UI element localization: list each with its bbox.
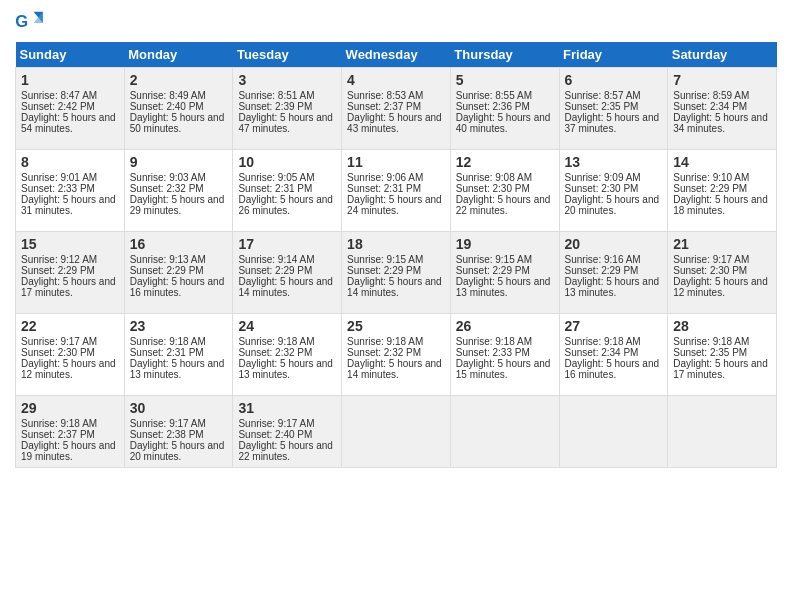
svg-text:G: G	[15, 12, 28, 31]
sunrise-text: Sunrise: 8:57 AM	[565, 90, 641, 101]
daylight-text: Daylight: 5 hours and 13 minutes.	[565, 276, 660, 298]
sunset-text: Sunset: 2:34 PM	[565, 347, 639, 358]
sunrise-text: Sunrise: 8:59 AM	[673, 90, 749, 101]
daylight-text: Daylight: 5 hours and 14 minutes.	[238, 276, 333, 298]
sunset-text: Sunset: 2:33 PM	[21, 183, 95, 194]
calendar-cell: 31Sunrise: 9:17 AMSunset: 2:40 PMDayligh…	[233, 396, 342, 468]
daylight-text: Daylight: 5 hours and 19 minutes.	[21, 440, 116, 462]
day-number: 9	[130, 154, 228, 170]
calendar-cell	[559, 396, 668, 468]
sunrise-text: Sunrise: 9:14 AM	[238, 254, 314, 265]
day-header-saturday: Saturday	[668, 42, 777, 68]
sunrise-text: Sunrise: 9:17 AM	[238, 418, 314, 429]
sunset-text: Sunset: 2:29 PM	[673, 183, 747, 194]
day-number: 21	[673, 236, 771, 252]
calendar-cell: 3Sunrise: 8:51 AMSunset: 2:39 PMDaylight…	[233, 68, 342, 150]
day-number: 11	[347, 154, 445, 170]
sunset-text: Sunset: 2:32 PM	[347, 347, 421, 358]
day-number: 13	[565, 154, 663, 170]
sunset-text: Sunset: 2:35 PM	[673, 347, 747, 358]
day-number: 25	[347, 318, 445, 334]
calendar-cell: 20Sunrise: 9:16 AMSunset: 2:29 PMDayligh…	[559, 232, 668, 314]
daylight-text: Daylight: 5 hours and 14 minutes.	[347, 276, 442, 298]
sunset-text: Sunset: 2:37 PM	[347, 101, 421, 112]
calendar-cell: 22Sunrise: 9:17 AMSunset: 2:30 PMDayligh…	[16, 314, 125, 396]
day-header-monday: Monday	[124, 42, 233, 68]
calendar-cell: 6Sunrise: 8:57 AMSunset: 2:35 PMDaylight…	[559, 68, 668, 150]
day-number: 20	[565, 236, 663, 252]
daylight-text: Daylight: 5 hours and 50 minutes.	[130, 112, 225, 134]
sunrise-text: Sunrise: 9:05 AM	[238, 172, 314, 183]
sunset-text: Sunset: 2:35 PM	[565, 101, 639, 112]
calendar-cell: 18Sunrise: 9:15 AMSunset: 2:29 PMDayligh…	[342, 232, 451, 314]
daylight-text: Daylight: 5 hours and 17 minutes.	[673, 358, 768, 380]
daylight-text: Daylight: 5 hours and 14 minutes.	[347, 358, 442, 380]
calendar-cell: 1Sunrise: 8:47 AMSunset: 2:42 PMDaylight…	[16, 68, 125, 150]
calendar-cell: 19Sunrise: 9:15 AMSunset: 2:29 PMDayligh…	[450, 232, 559, 314]
sunrise-text: Sunrise: 9:17 AM	[673, 254, 749, 265]
daylight-text: Daylight: 5 hours and 17 minutes.	[21, 276, 116, 298]
day-header-friday: Friday	[559, 42, 668, 68]
day-number: 31	[238, 400, 336, 416]
day-header-tuesday: Tuesday	[233, 42, 342, 68]
header: G	[15, 10, 777, 34]
calendar-cell: 14Sunrise: 9:10 AMSunset: 2:29 PMDayligh…	[668, 150, 777, 232]
daylight-text: Daylight: 5 hours and 29 minutes.	[130, 194, 225, 216]
sunrise-text: Sunrise: 9:17 AM	[21, 336, 97, 347]
day-number: 14	[673, 154, 771, 170]
calendar-cell: 8Sunrise: 9:01 AMSunset: 2:33 PMDaylight…	[16, 150, 125, 232]
sunset-text: Sunset: 2:37 PM	[21, 429, 95, 440]
sunset-text: Sunset: 2:29 PM	[130, 265, 204, 276]
day-header-sunday: Sunday	[16, 42, 125, 68]
calendar-cell: 30Sunrise: 9:17 AMSunset: 2:38 PMDayligh…	[124, 396, 233, 468]
page-container: G SundayMondayTuesdayWednesdayThursdayFr…	[0, 0, 792, 478]
sunrise-text: Sunrise: 8:53 AM	[347, 90, 423, 101]
day-number: 2	[130, 72, 228, 88]
daylight-text: Daylight: 5 hours and 26 minutes.	[238, 194, 333, 216]
daylight-text: Daylight: 5 hours and 31 minutes.	[21, 194, 116, 216]
sunset-text: Sunset: 2:29 PM	[347, 265, 421, 276]
calendar-cell: 11Sunrise: 9:06 AMSunset: 2:31 PMDayligh…	[342, 150, 451, 232]
sunrise-text: Sunrise: 9:06 AM	[347, 172, 423, 183]
sunset-text: Sunset: 2:33 PM	[456, 347, 530, 358]
daylight-text: Daylight: 5 hours and 54 minutes.	[21, 112, 116, 134]
sunset-text: Sunset: 2:42 PM	[21, 101, 95, 112]
calendar-cell	[668, 396, 777, 468]
day-number: 3	[238, 72, 336, 88]
calendar-cell: 4Sunrise: 8:53 AMSunset: 2:37 PMDaylight…	[342, 68, 451, 150]
calendar-cell: 26Sunrise: 9:18 AMSunset: 2:33 PMDayligh…	[450, 314, 559, 396]
day-number: 1	[21, 72, 119, 88]
sunrise-text: Sunrise: 9:13 AM	[130, 254, 206, 265]
sunset-text: Sunset: 2:31 PM	[347, 183, 421, 194]
calendar-cell: 2Sunrise: 8:49 AMSunset: 2:40 PMDaylight…	[124, 68, 233, 150]
sunset-text: Sunset: 2:34 PM	[673, 101, 747, 112]
daylight-text: Daylight: 5 hours and 20 minutes.	[565, 194, 660, 216]
day-number: 6	[565, 72, 663, 88]
daylight-text: Daylight: 5 hours and 13 minutes.	[238, 358, 333, 380]
day-number: 23	[130, 318, 228, 334]
sunrise-text: Sunrise: 9:18 AM	[673, 336, 749, 347]
sunset-text: Sunset: 2:30 PM	[456, 183, 530, 194]
calendar-cell: 10Sunrise: 9:05 AMSunset: 2:31 PMDayligh…	[233, 150, 342, 232]
sunset-text: Sunset: 2:29 PM	[565, 265, 639, 276]
day-number: 12	[456, 154, 554, 170]
day-number: 29	[21, 400, 119, 416]
sunset-text: Sunset: 2:32 PM	[130, 183, 204, 194]
day-number: 15	[21, 236, 119, 252]
sunset-text: Sunset: 2:32 PM	[238, 347, 312, 358]
sunset-text: Sunset: 2:30 PM	[21, 347, 95, 358]
day-number: 24	[238, 318, 336, 334]
sunrise-text: Sunrise: 9:17 AM	[130, 418, 206, 429]
daylight-text: Daylight: 5 hours and 40 minutes.	[456, 112, 551, 134]
day-number: 19	[456, 236, 554, 252]
day-number: 16	[130, 236, 228, 252]
calendar-cell: 16Sunrise: 9:13 AMSunset: 2:29 PMDayligh…	[124, 232, 233, 314]
sunset-text: Sunset: 2:31 PM	[130, 347, 204, 358]
calendar-cell: 29Sunrise: 9:18 AMSunset: 2:37 PMDayligh…	[16, 396, 125, 468]
calendar-cell: 25Sunrise: 9:18 AMSunset: 2:32 PMDayligh…	[342, 314, 451, 396]
calendar-cell: 12Sunrise: 9:08 AMSunset: 2:30 PMDayligh…	[450, 150, 559, 232]
sunset-text: Sunset: 2:39 PM	[238, 101, 312, 112]
calendar-cell: 21Sunrise: 9:17 AMSunset: 2:30 PMDayligh…	[668, 232, 777, 314]
sunset-text: Sunset: 2:40 PM	[130, 101, 204, 112]
sunrise-text: Sunrise: 9:18 AM	[21, 418, 97, 429]
